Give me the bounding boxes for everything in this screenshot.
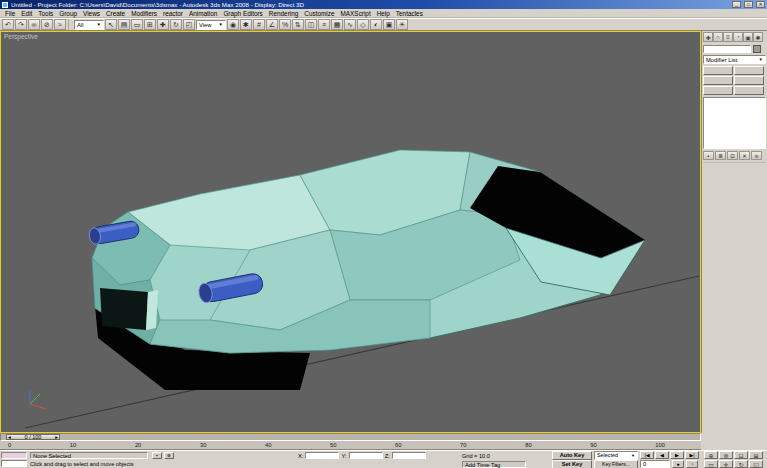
tab-display-icon[interactable]: ▣ (743, 32, 753, 42)
panel-button[interactable] (734, 86, 764, 95)
menu-item[interactable]: Tools (35, 10, 56, 17)
current-frame-field[interactable]: 0 (640, 460, 670, 468)
time-slider-track[interactable]: ◂ 0 / 100 ▸ (0, 433, 701, 441)
spinner-snap-icon[interactable]: ⇅ (292, 19, 304, 30)
rectangular-selection-region-icon[interactable]: ▭ (131, 19, 143, 30)
auto-key-button[interactable]: Auto Key (552, 451, 592, 460)
menu-item[interactable]: Help (374, 10, 393, 17)
align-icon[interactable]: ≡ (318, 19, 330, 30)
object-name-field[interactable] (703, 45, 751, 53)
menu-item[interactable]: File (2, 10, 18, 17)
zoom-icon[interactable]: ⊕ (704, 451, 718, 459)
configure-modifier-sets-icon[interactable]: ≋ (751, 151, 762, 160)
undo-icon[interactable]: ↶ (2, 19, 14, 30)
select-and-manipulate-icon[interactable]: ✱ (240, 19, 252, 30)
schematic-view-icon[interactable]: ◇ (357, 19, 369, 30)
play-icon[interactable]: ▶ (670, 451, 684, 459)
close-button[interactable]: ✕ (756, 1, 765, 8)
tab-utilities-icon[interactable]: ✱ (753, 32, 763, 42)
panel-button[interactable] (734, 66, 764, 75)
time-configuration-icon[interactable]: ◔ (686, 460, 698, 468)
region-zoom-icon[interactable]: ▭ (704, 460, 718, 468)
panel-button[interactable] (703, 76, 733, 85)
go-to-end-icon[interactable]: ▶| (685, 451, 699, 459)
go-to-start-icon[interactable]: |◀ (640, 451, 654, 459)
selection-filter-dropdown[interactable]: All ▼ (74, 20, 104, 30)
redo-icon[interactable]: ↷ (15, 19, 27, 30)
select-and-link-icon[interactable]: ∞ (28, 19, 40, 30)
window-crossing-icon[interactable]: ⊞ (144, 19, 156, 30)
remove-modifier-icon[interactable]: ✕ (739, 151, 750, 160)
show-end-result-icon[interactable]: ≣ (715, 151, 726, 160)
menu-item[interactable]: Customize (301, 10, 337, 17)
selection-lock-toggle[interactable]: ▪ (152, 452, 162, 459)
select-object-icon[interactable]: ↖ (105, 19, 117, 30)
perspective-viewport[interactable]: Perspective (0, 31, 701, 433)
mirror-icon[interactable]: ◫ (305, 19, 317, 30)
car-model[interactable] (92, 150, 645, 353)
maxscript-mini-listener-macro[interactable] (1, 452, 27, 459)
percent-snap-icon[interactable]: % (279, 19, 291, 30)
panel-button[interactable] (703, 86, 733, 95)
select-and-scale-icon[interactable]: ◰ (183, 19, 195, 30)
menu-item[interactable]: Create (103, 10, 128, 17)
pin-stack-icon[interactable]: ▪ (703, 151, 714, 160)
curve-editor-icon[interactable]: ∿ (344, 19, 356, 30)
coord-z-field[interactable] (392, 452, 426, 459)
menu-item[interactable]: Tentacles (393, 10, 426, 17)
menu-item[interactable]: MAXScript (338, 10, 374, 17)
go-to-keyframe-icon[interactable]: ● (672, 460, 684, 468)
absolute-mode-toggle[interactable]: ⊕ (164, 452, 174, 459)
previous-frame-arrow-icon[interactable]: ◂ (8, 434, 11, 440)
key-filters-button[interactable]: Key Filters... (594, 460, 638, 468)
menu-item[interactable]: Modifiers (128, 10, 160, 17)
unlink-selection-icon[interactable]: ⊘ (41, 19, 53, 30)
panel-button[interactable] (734, 76, 764, 85)
key-mode-dropdown[interactable]: Selected ▼ (594, 451, 638, 460)
material-editor-icon[interactable]: ◐ (370, 19, 382, 30)
panel-button[interactable] (703, 66, 733, 75)
tab-create-icon[interactable]: ✚ (703, 32, 713, 42)
snaps-toggle-icon[interactable]: # (253, 19, 265, 30)
select-and-rotate-icon[interactable]: ↻ (170, 19, 182, 30)
viewport-3d-scene[interactable] (1, 32, 700, 432)
minimize-button[interactable]: _ (732, 1, 741, 8)
tab-motion-icon[interactable]: ◔ (733, 32, 743, 42)
menu-item[interactable]: Views (80, 10, 103, 17)
tab-modify-icon[interactable]: ∩ (713, 32, 723, 42)
viewport-label[interactable]: Perspective (4, 33, 38, 40)
menu-item[interactable]: Group (56, 10, 80, 17)
zoom-all-icon[interactable]: ⊛ (719, 451, 733, 459)
quick-render-icon[interactable]: ☀ (396, 19, 408, 30)
tab-hierarchy-icon[interactable]: ≡ (723, 32, 733, 42)
track-bar[interactable]: 0102030405060708090100 (0, 441, 701, 450)
render-scene-icon[interactable]: ▣ (383, 19, 395, 30)
bind-to-space-warp-icon[interactable]: ≈ (54, 19, 66, 30)
maximize-button[interactable]: □ (744, 1, 753, 8)
coord-x-field[interactable] (305, 452, 339, 459)
zoom-extents-all-icon[interactable]: ⊞ (749, 451, 763, 459)
pan-icon[interactable]: ✛ (719, 460, 733, 468)
select-and-move-icon[interactable]: ✚ (157, 19, 169, 30)
add-time-tag[interactable]: Add Time Tag (462, 461, 526, 468)
menu-item[interactable]: Animation (186, 10, 220, 17)
reference-coordinate-dropdown[interactable]: View ▼ (196, 20, 226, 30)
menu-item[interactable]: Edit (18, 10, 35, 17)
menu-item[interactable]: reactor (160, 10, 186, 17)
previous-frame-icon[interactable]: ◀ (655, 451, 669, 459)
coord-y-field[interactable] (349, 452, 383, 459)
select-by-name-icon[interactable]: ▤ (118, 19, 130, 30)
modifier-list-dropdown[interactable]: Modifier List ▼ (703, 55, 766, 64)
next-frame-arrow-icon[interactable]: ▸ (55, 434, 58, 440)
use-pivot-point-icon[interactable]: ◉ (227, 19, 239, 30)
maximize-viewport-icon[interactable]: ◱ (749, 460, 763, 468)
menu-item[interactable]: Graph Editors (220, 10, 265, 17)
modifier-stack-list[interactable] (703, 97, 766, 149)
set-key-button[interactable]: Set Key (552, 460, 592, 468)
object-color-swatch[interactable] (753, 45, 761, 53)
arc-rotate-icon[interactable]: ↻ (734, 460, 748, 468)
layer-manager-icon[interactable]: ▦ (331, 19, 343, 30)
make-unique-icon[interactable]: ⊡ (727, 151, 738, 160)
menu-item[interactable]: Rendering (266, 10, 302, 17)
time-slider-handle[interactable]: ◂ 0 / 100 ▸ (6, 434, 60, 440)
